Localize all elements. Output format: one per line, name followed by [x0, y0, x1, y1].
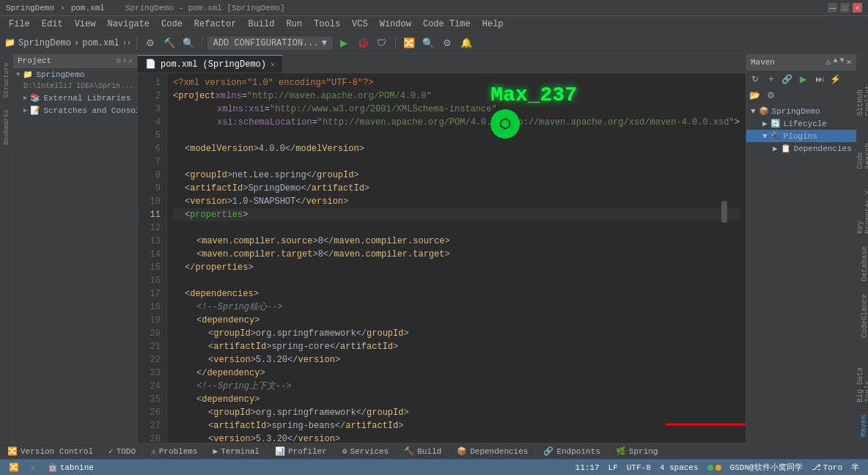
code-editor[interactable]: <?xml version="1.0" encoding="UTF-8"?> <…: [167, 73, 746, 443]
line-28: 28: [138, 432, 166, 443]
line-23: 23: [138, 367, 166, 380]
plugins-icon: 🔌: [770, 131, 781, 141]
springdemo-icon: 📦: [759, 106, 769, 116]
status-spaces[interactable]: 4 spaces: [657, 463, 702, 472]
maven-run-btn[interactable]: ▶: [796, 72, 811, 86]
menu-vcs[interactable]: VCS: [346, 18, 374, 31]
toolbar-search-btn[interactable]: 🔍: [180, 35, 196, 51]
root-arrow: ▼: [16, 71, 20, 78]
deps-label: Dependencies: [794, 144, 852, 153]
menu-code[interactable]: Code: [155, 18, 188, 31]
tab-label: pom.xml (SpringDemo): [161, 59, 266, 70]
line-16: 16: [138, 274, 166, 287]
project-gear-icon[interactable]: ⚙: [117, 56, 121, 65]
maven-open-btn[interactable]: 📂: [748, 88, 762, 103]
tab-close-btn[interactable]: ✕: [271, 60, 275, 69]
toolbar-sep1: ›: [74, 38, 79, 48]
right-tab-key-promoter[interactable]: Key Promoter X: [856, 175, 868, 240]
main-layout: Structure Bookmarks Project ⚙ ⬆ ✕ ▼ 📁 Sp…: [0, 54, 868, 443]
bottom-tab-problems[interactable]: ⚠ Problems: [144, 443, 205, 459]
run-btn[interactable]: ▶: [336, 35, 352, 51]
code-line-17: <dependencies>: [173, 287, 740, 301]
left-tab-structure[interactable]: Structure: [0, 57, 13, 103]
maven-plugins-item[interactable]: ▼ 🔌 Plugins: [746, 130, 856, 142]
maven-up-icon[interactable]: ▲: [834, 56, 838, 67]
right-tab-code-search[interactable]: Code Search: [856, 122, 868, 175]
menu-help[interactable]: Help: [477, 18, 510, 31]
maven-generate-btn[interactable]: ⚡: [828, 72, 843, 86]
maven-refresh-btn[interactable]: ↻: [748, 72, 762, 86]
menu-view[interactable]: View: [69, 18, 102, 31]
status-line-col[interactable]: 11:17: [573, 463, 603, 472]
code-line-25: <dependency>: [173, 393, 740, 406]
project-close-icon[interactable]: ✕: [128, 56, 133, 65]
settings-gear-btn[interactable]: ⚙: [439, 35, 455, 51]
toolbar-config-dropdown[interactable]: ADD CONFIGURATION... ▼: [207, 37, 333, 50]
menu-build[interactable]: Build: [242, 18, 280, 31]
right-tab-maven[interactable]: Maven: [856, 408, 868, 443]
external-libraries-item[interactable]: ▶ 📚 External Libraries: [13, 92, 137, 104]
bottom-tab-terminal[interactable]: ▶ Terminal: [206, 443, 268, 459]
app-title: SpringDemo – pom.xml [SpringDemo]: [125, 4, 285, 12]
right-tab-codeglance[interactable]: CodeGlance: [856, 287, 868, 344]
right-tab-database[interactable]: Database: [856, 240, 868, 287]
minimize-button[interactable]: —: [828, 3, 837, 12]
bottom-tab-vcs[interactable]: 🔀 Version Control: [0, 443, 101, 459]
menu-navigate[interactable]: Navigate: [101, 18, 155, 31]
project-path-item[interactable]: D:\IntelliJ IDEA\Sprin...: [13, 81, 137, 92]
menu-file[interactable]: File: [3, 18, 36, 31]
status-git-branch[interactable]: ⎇ Toro: [809, 463, 845, 472]
maven-add-btn[interactable]: +: [764, 72, 779, 86]
menu-edit[interactable]: Edit: [36, 18, 69, 31]
maven-unlink-btn[interactable]: 🔗: [780, 72, 795, 86]
status-encoding[interactable]: UTF-8: [624, 463, 654, 472]
bottom-tab-build[interactable]: 🔨 Build: [397, 443, 449, 459]
line-10: 10: [138, 195, 166, 208]
status-tabnine[interactable]: 🤖 tabnine: [45, 463, 97, 472]
maven-skip-btn[interactable]: ⏭: [812, 72, 827, 86]
bottom-tab-profiler[interactable]: 📊 Profiler: [268, 443, 335, 459]
bottom-tab-todo[interactable]: ✓ TODO: [101, 443, 144, 459]
project-root-item[interactable]: ▼ 📁 SpringDemo: [13, 68, 137, 81]
right-tab-github-copilot[interactable]: GitHub Copilot: [856, 57, 868, 122]
right-tab-bigdata[interactable]: Big Data Tools: [856, 344, 868, 408]
maven-springdemo-item[interactable]: ▼ 📦 SpringDemo: [746, 105, 856, 117]
deps-icon: 📋: [781, 144, 791, 153]
status-sdk[interactable]: GSDN@软件小窝同学: [727, 462, 806, 473]
coverage-btn[interactable]: 🛡: [374, 35, 390, 51]
project-expand-icon[interactable]: ⬆: [122, 56, 127, 65]
menu-codetime[interactable]: Code Time: [417, 18, 477, 31]
line-3: 3: [138, 103, 166, 116]
status-half[interactable]: 半: [848, 462, 862, 473]
toolbar-build-btn[interactable]: 🔨: [161, 35, 177, 51]
endpoints-icon: 🔗: [543, 446, 553, 456]
editor-tab-pom[interactable]: 📄 pom.xml (SpringDemo) ✕: [138, 55, 283, 73]
left-tab-bookmarks[interactable]: Bookmarks: [0, 104, 13, 150]
menu-run[interactable]: Run: [280, 18, 308, 31]
toolbar-settings-btn[interactable]: ⚙: [142, 35, 158, 51]
toolbar-divider2: [202, 37, 202, 50]
bottom-tab-spring[interactable]: 🌿 Spring: [608, 443, 666, 459]
menu-tools[interactable]: Tools: [308, 18, 346, 31]
status-warnings[interactable]: ⚠: [28, 463, 39, 472]
search-everywhere-btn[interactable]: 🔍: [420, 35, 436, 51]
maven-settings-btn[interactable]: ⚙: [764, 88, 779, 103]
debug-btn[interactable]: 🐞: [355, 35, 371, 51]
menu-window[interactable]: Window: [374, 18, 417, 31]
notifications-btn[interactable]: 🔔: [458, 35, 474, 51]
status-vcs[interactable]: 🔀: [6, 463, 22, 472]
maximize-button[interactable]: □: [840, 3, 850, 12]
close-button[interactable]: ✕: [853, 3, 862, 12]
maven-lifecycle-item[interactable]: ▶ 🔄 Lifecycle: [746, 117, 856, 130]
bottom-tab-dependencies[interactable]: 📦 Dependencies: [449, 443, 536, 459]
maven-down-icon[interactable]: ▼: [840, 56, 845, 67]
bottom-tab-services[interactable]: ⚙ Services: [335, 443, 397, 459]
maven-dependencies-item[interactable]: ▶ 📋 Dependencies: [746, 142, 856, 155]
maven-close-icon[interactable]: ✕: [847, 56, 852, 67]
bottom-tab-endpoints[interactable]: 🔗 Endpoints: [536, 443, 608, 459]
status-lf[interactable]: LF: [606, 463, 621, 472]
maven-scrollbar[interactable]: [721, 201, 727, 223]
scratches-item[interactable]: ▶ 📝 Scratches and Consoles: [13, 104, 137, 117]
menu-refactor[interactable]: Refactor: [188, 18, 243, 31]
vcs-btn[interactable]: 🔀: [401, 35, 417, 51]
